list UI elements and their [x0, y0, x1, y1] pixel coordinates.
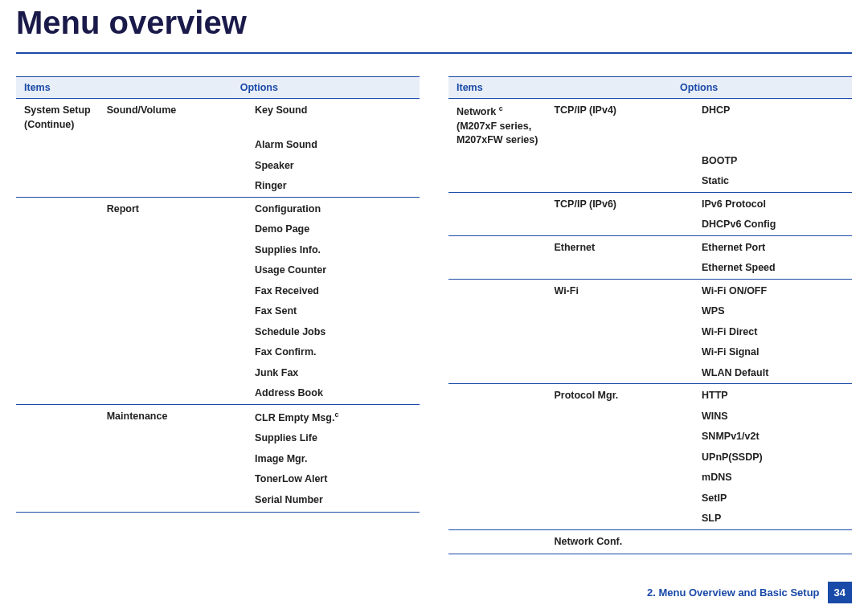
- opt-cell: DHCP: [694, 99, 852, 151]
- table-row: Speaker: [16, 156, 420, 177]
- opt-cell: Alarm Sound: [247, 135, 420, 156]
- content: Items Options System Setup (Continue) So…: [16, 54, 852, 554]
- table-row: Ethernet Ethernet Port: [448, 235, 852, 258]
- table-row: Fax Confirm.: [16, 342, 420, 363]
- opt-cell: DHCPv6 Config: [694, 215, 852, 235]
- header-options: Options: [99, 77, 420, 99]
- opt-cell: Fax Confirm.: [247, 342, 420, 363]
- left-column: Items Options System Setup (Continue) So…: [16, 76, 420, 554]
- table-row: DHCPv6 Config: [448, 215, 852, 235]
- opt-cell: BOOTP: [694, 151, 852, 172]
- page-number: 34: [828, 582, 852, 603]
- table-row: SLP: [448, 509, 852, 529]
- header-items: Items: [16, 77, 99, 99]
- table-row: TonerLow Alert: [16, 469, 420, 490]
- sub-cell: Sound/Volume: [99, 99, 247, 136]
- table-row: Maintenance CLR Empty Msg.c: [16, 404, 420, 428]
- sub-cell: TCP/IP (IPv4): [546, 99, 694, 151]
- opt-cell: Demo Page: [247, 219, 420, 240]
- table-row: Wi-Fi Signal: [448, 342, 852, 363]
- opt-cell: IPv6 Protocol: [694, 192, 852, 215]
- opt-cell: UPnP(SSDP): [694, 447, 852, 468]
- opt-cell: Ringer: [247, 176, 420, 197]
- opt-cell: Serial Number: [247, 490, 420, 513]
- opt-cell: [694, 529, 852, 554]
- opt-cell: Static: [694, 171, 852, 192]
- opt-cell: Fax Received: [247, 281, 420, 302]
- opt-cell: HTTP: [694, 384, 852, 407]
- table-row: Junk Fax: [16, 363, 420, 384]
- sub-cell: Network Conf.: [546, 529, 694, 554]
- opt-cell: Junk Fax: [247, 363, 420, 384]
- table-row: SetIP: [448, 488, 852, 509]
- opt-cell: Configuration: [247, 197, 420, 219]
- table-row: Ringer: [16, 176, 420, 197]
- header-row: Items Options: [16, 77, 420, 99]
- table-row: Fax Received: [16, 281, 420, 302]
- table-row: Address Book: [16, 383, 420, 404]
- opt-cell: WINS: [694, 407, 852, 427]
- table-row: Report Configuration: [16, 197, 420, 219]
- table-row: Image Mgr.: [16, 449, 420, 470]
- opt-cell: WPS: [694, 301, 852, 322]
- sub-cell: Maintenance: [99, 404, 247, 428]
- table-row: WINS: [448, 407, 852, 427]
- sub-cell: TCP/IP (IPv6): [546, 192, 694, 215]
- table-row: Protocol Mgr. HTTP: [448, 384, 852, 407]
- table-row: System Setup (Continue) Sound/Volume Key…: [16, 99, 420, 136]
- page-title: Menu overview: [16, 0, 852, 54]
- table-row: Schedule Jobs: [16, 322, 420, 343]
- sub-cell: Ethernet: [546, 235, 694, 258]
- right-table: Items Options Network c (M207xF series, …: [448, 76, 852, 554]
- opt-cell: Address Book: [247, 383, 420, 404]
- sub-cell: Protocol Mgr.: [546, 384, 694, 407]
- opt-cell: Supplies Life: [247, 428, 420, 449]
- opt-cell: Schedule Jobs: [247, 322, 420, 343]
- table-row: Demo Page: [16, 219, 420, 240]
- header-options: Options: [546, 77, 852, 99]
- table-row: SNMPv1/v2t: [448, 427, 852, 447]
- opt-cell: Key Sound: [247, 99, 420, 136]
- table-row: Supplies Info.: [16, 240, 420, 261]
- opt-cell: WLAN Default: [694, 363, 852, 384]
- table-row: Usage Counter: [16, 260, 420, 281]
- table-row: Supplies Life: [16, 428, 420, 449]
- opt-cell: Ethernet Port: [694, 235, 852, 258]
- opt-cell: Wi-Fi Signal: [694, 342, 852, 363]
- opt-cell: CLR Empty Msg.c: [247, 404, 420, 428]
- footer: 2. Menu Overview and Basic Setup 34: [647, 582, 852, 603]
- table-row: Network c (M207xF series, M207xFW series…: [448, 99, 852, 151]
- opt-cell: mDNS: [694, 468, 852, 488]
- opt-cell: SetIP: [694, 488, 852, 509]
- table-row: BOOTP: [448, 151, 852, 172]
- table-row: TCP/IP (IPv6) IPv6 Protocol: [448, 192, 852, 215]
- opt-cell: Supplies Info.: [247, 240, 420, 261]
- header-items: Items: [448, 77, 546, 99]
- item-cell: Network c (M207xF series, M207xFW series…: [448, 99, 546, 151]
- table-row: WPS: [448, 301, 852, 322]
- opt-cell: SNMPv1/v2t: [694, 427, 852, 447]
- left-table: Items Options System Setup (Continue) So…: [16, 76, 420, 513]
- opt-cell: Speaker: [247, 156, 420, 177]
- right-column: Items Options Network c (M207xF series, …: [448, 76, 852, 554]
- opt-cell: TonerLow Alert: [247, 469, 420, 490]
- opt-cell: Fax Sent: [247, 301, 420, 322]
- table-row: mDNS: [448, 468, 852, 488]
- table-row: Wi-Fi Direct: [448, 322, 852, 343]
- opt-cell: SLP: [694, 509, 852, 529]
- table-row: WLAN Default: [448, 363, 852, 384]
- opt-cell: Wi-Fi ON/OFF: [694, 279, 852, 301]
- header-row: Items Options: [448, 77, 852, 99]
- footer-chapter: 2. Menu Overview and Basic Setup: [647, 586, 820, 599]
- sub-cell: Wi-Fi: [546, 279, 694, 301]
- opt-cell: Ethernet Speed: [694, 258, 852, 279]
- table-row: Serial Number: [16, 490, 420, 513]
- sub-cell: Report: [99, 197, 247, 219]
- table-row: Static: [448, 171, 852, 192]
- table-row: Wi-Fi Wi-Fi ON/OFF: [448, 279, 852, 301]
- opt-cell: Wi-Fi Direct: [694, 322, 852, 343]
- table-row: Fax Sent: [16, 301, 420, 322]
- table-row: Network Conf.: [448, 529, 852, 554]
- table-row: Alarm Sound: [16, 135, 420, 156]
- opt-cell: Usage Counter: [247, 260, 420, 281]
